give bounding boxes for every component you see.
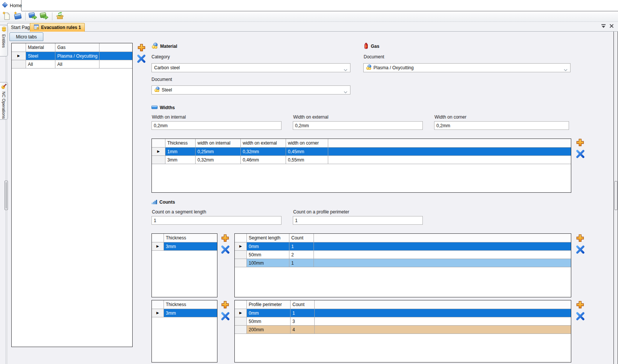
row-selector-arrow: ▶ [239, 311, 242, 315]
width-corner-input[interactable] [434, 121, 569, 130]
tab-micro-tabs[interactable]: Micro tabs [9, 32, 43, 41]
segment-row-0mm[interactable]: ▶ 0mm 1 [235, 242, 571, 251]
column-header-thickness: Thickness [164, 234, 217, 242]
width-external-input[interactable] [293, 121, 423, 130]
row-selector-arrow: ▶ [17, 54, 20, 58]
application-window: Home Start Page Evacuation rules 1 [0, 0, 618, 364]
count-segment-input[interactable] [151, 216, 281, 225]
window-list-icon [601, 24, 606, 30]
close-document-button[interactable] [608, 23, 615, 29]
import-book-button[interactable] [28, 12, 38, 21]
count-perimeter-input[interactable] [293, 216, 423, 225]
material-document-value: Steel [162, 87, 172, 93]
delete-perimeter-button[interactable] [575, 311, 585, 321]
delete-segment-thickness-button[interactable] [220, 245, 230, 254]
perimeter-thickness-row-3mm[interactable]: ▶ 3mm [152, 309, 217, 317]
category-value: Carbon steel [154, 65, 180, 70]
width-internal-label: Width on internal [152, 114, 186, 120]
segment-thickness-row-3mm[interactable]: ▶ 3mm [152, 242, 217, 251]
delete-perimeter-thickness-button[interactable] [220, 311, 230, 321]
main-toolbar [0, 11, 618, 22]
counts-section-header: Counts [151, 199, 175, 206]
count-perimeter-label: Count on a profile perimeter [293, 209, 349, 215]
add-perimeter-button[interactable] [576, 301, 584, 309]
close-icon [609, 23, 614, 30]
perimeter-row-0mm[interactable]: ▶ 0mm 1 [235, 309, 571, 317]
evacuation-rules-icon [34, 24, 39, 31]
material-section-header: Material [151, 43, 177, 50]
gas-section-header: Gas [364, 43, 379, 50]
entities-icon [1, 26, 7, 33]
add-width-button[interactable] [576, 139, 584, 146]
segment-row-50mm[interactable]: 50mm 2 [235, 251, 571, 259]
gas-spheres-icon [366, 64, 372, 71]
gas-cylinder-icon [364, 43, 369, 50]
ruler-icon [151, 105, 158, 110]
new-document-button[interactable] [1, 12, 12, 21]
widths-row-3mm[interactable]: 3mm 0,32mm 0,46mm 0,55mm [152, 156, 571, 164]
column-header-count: Count [289, 234, 314, 242]
column-header-width-internal: width on internal [196, 139, 241, 148]
micro-tabs-label: Micro tabs [16, 34, 37, 40]
export-book-icon [40, 11, 49, 21]
material-document-label: Document [151, 77, 172, 82]
tab-evacuation-rules[interactable]: Evacuation rules 1 [30, 23, 85, 32]
column-header-thickness: Thickness [164, 300, 217, 309]
widths-row-1mm[interactable]: ▶ 1mm 0,25mm 0,32mm 0,45mm [152, 148, 571, 156]
home-icon [2, 2, 8, 9]
material-document-dropdown[interactable]: Steel [151, 85, 350, 94]
segment-row-100mm[interactable]: 100mm 1 [235, 259, 571, 267]
perimeter-row-200mm[interactable]: 200mm 4 [235, 326, 571, 334]
perimeter-row-50mm[interactable]: 50mm 3 [235, 317, 571, 326]
rules-table-header: Material Gas [12, 43, 132, 52]
toolbar-separator [25, 12, 26, 20]
row-selector-arrow: ▶ [156, 311, 159, 315]
new-book-button[interactable] [12, 12, 23, 21]
category-dropdown[interactable]: Carbon steel [151, 63, 350, 72]
perimeter-thickness-table: Thickness ▶ 3mm [151, 300, 217, 362]
entities-tab-label: Entities [2, 34, 6, 48]
add-perimeter-thickness-button[interactable] [221, 301, 229, 309]
delete-width-button[interactable] [575, 149, 585, 159]
package-sync-button[interactable] [55, 12, 65, 21]
delete-rule-button[interactable] [136, 54, 146, 64]
home-tab-label: Home [10, 3, 22, 8]
column-header-material: Material [26, 43, 55, 52]
gas-document-dropdown[interactable]: Plasma / Oxycutting [363, 63, 571, 72]
panel-splitter-grip[interactable] [5, 181, 8, 210]
rules-row-steel[interactable]: ▶ Steel Plasma / Oxycutting [12, 52, 132, 60]
add-segment-button[interactable] [576, 234, 584, 242]
widths-section-title: Widths [160, 105, 175, 110]
column-header-segment-length: Segment length [247, 234, 289, 242]
toolbar-separator [52, 12, 52, 20]
material-section-title: Material [160, 44, 177, 49]
widths-table-header: Thickness width on internal width on ext… [152, 139, 571, 148]
window-list-button[interactable] [600, 24, 607, 30]
nc-operations-tab-label: NC Operations [2, 91, 6, 119]
width-internal-input[interactable] [151, 121, 281, 130]
material-spheres-icon [154, 87, 160, 93]
gas-document-value: Plasma / Oxycutting [373, 65, 414, 70]
evacuation-rules-tab-label: Evacuation rules 1 [41, 25, 81, 30]
column-header-count: Count [291, 300, 315, 309]
column-header-width-external: width on external [241, 139, 286, 148]
vertical-scrollbar-thumb[interactable] [615, 181, 617, 210]
rules-row-all[interactable]: All All [12, 60, 132, 69]
delete-segment-button[interactable] [575, 245, 585, 254]
nc-operations-icon [1, 84, 7, 90]
sidebar-tab-entities[interactable]: Entities [0, 25, 8, 56]
add-rule-button[interactable] [138, 44, 145, 52]
cell-gas: All [55, 60, 99, 69]
import-book-icon [28, 11, 38, 21]
sidebar-tab-nc-operations[interactable]: NC Operations [0, 82, 8, 120]
gas-section-title: Gas [371, 44, 379, 49]
cell-material: Steel [26, 52, 55, 60]
chevron-down-icon [344, 89, 347, 94]
export-book-button[interactable] [39, 12, 50, 21]
row-selector-arrow: ▶ [239, 245, 242, 248]
widths-section-header: Widths [151, 104, 175, 111]
chevron-down-icon [564, 67, 568, 72]
home-ribbon-tab[interactable]: Home [0, 0, 21, 11]
add-segment-thickness-button[interactable] [221, 234, 229, 242]
category-label: Category [151, 54, 170, 59]
